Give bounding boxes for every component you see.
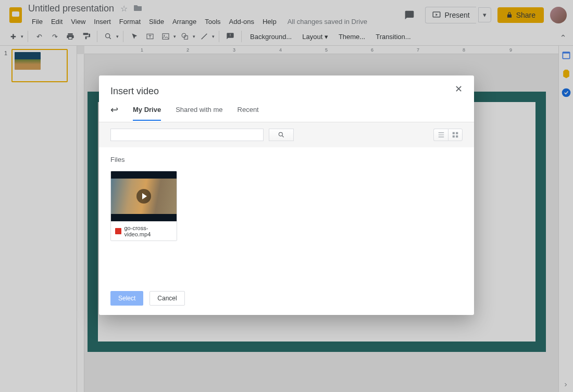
svg-rect-14 xyxy=(456,135,458,137)
search-input[interactable] xyxy=(110,129,264,141)
file-thumbnail xyxy=(111,171,177,221)
file-name: go-cross-video.mp4 xyxy=(124,225,173,237)
modal-overlay: ✕ Insert video ↩ My Drive Shared with me… xyxy=(0,0,573,392)
tab-shared[interactable]: Shared with me xyxy=(176,106,222,121)
svg-rect-13 xyxy=(453,135,455,137)
svg-point-10 xyxy=(279,132,282,136)
select-button[interactable]: Select xyxy=(110,291,143,306)
svg-rect-11 xyxy=(453,132,455,134)
back-button[interactable]: ↩ xyxy=(110,104,118,122)
tab-recent[interactable]: Recent xyxy=(238,106,259,121)
cancel-button[interactable]: Cancel xyxy=(150,291,184,306)
tab-my-drive[interactable]: My Drive xyxy=(133,106,161,121)
files-label: Files xyxy=(110,156,463,163)
grid-view-button[interactable] xyxy=(448,129,463,141)
file-tile[interactable]: go-cross-video.mp4 xyxy=(110,171,177,241)
tabs: ↩ My Drive Shared with me Recent xyxy=(99,97,474,122)
search-bar xyxy=(99,122,474,147)
files-area: Files go-cross-video.mp4 xyxy=(99,147,474,285)
dialog-footer: Select Cancel xyxy=(99,285,474,315)
insert-video-dialog: ✕ Insert video ↩ My Drive Shared with me… xyxy=(99,75,474,315)
svg-rect-12 xyxy=(456,132,458,134)
video-icon xyxy=(115,228,121,234)
list-view-button[interactable] xyxy=(433,129,448,141)
close-button[interactable]: ✕ xyxy=(452,83,465,95)
dialog-title: Insert video xyxy=(110,86,463,97)
play-icon xyxy=(136,189,151,204)
search-button[interactable] xyxy=(269,129,294,141)
